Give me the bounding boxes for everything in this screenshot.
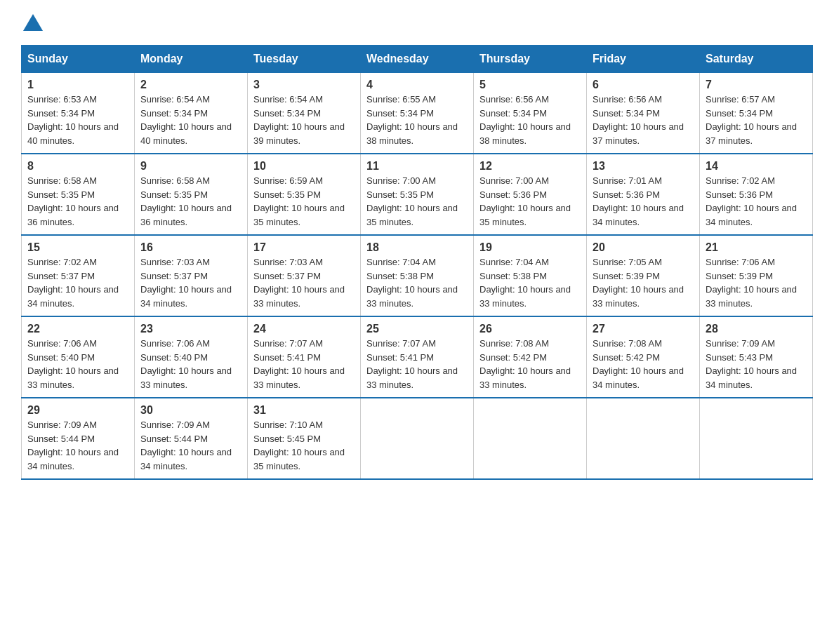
day-info: Sunrise: 7:03 AMSunset: 5:37 PMDaylight:… [140, 255, 241, 310]
day-info: Sunrise: 7:06 AMSunset: 5:40 PMDaylight:… [27, 337, 128, 391]
calendar-week-row: 29 Sunrise: 7:09 AMSunset: 5:44 PMDaylig… [22, 398, 813, 479]
day-number: 5 [479, 79, 581, 91]
day-number: 29 [27, 404, 128, 417]
day-info: Sunrise: 7:02 AMSunset: 5:37 PMDaylight:… [27, 255, 128, 310]
day-number: 16 [140, 241, 241, 254]
calendar-day-cell: 14 Sunrise: 7:02 AMSunset: 5:36 PMDaylig… [700, 154, 813, 235]
calendar-day-cell [361, 398, 474, 479]
day-number: 19 [479, 241, 581, 254]
day-info: Sunrise: 6:53 AMSunset: 5:34 PMDaylight:… [27, 93, 128, 147]
day-number: 3 [253, 79, 355, 91]
day-info: Sunrise: 7:05 AMSunset: 5:39 PMDaylight:… [593, 255, 694, 310]
calendar-day-cell: 27 Sunrise: 7:08 AMSunset: 5:42 PMDaylig… [587, 316, 700, 398]
day-info: Sunrise: 7:07 AMSunset: 5:41 PMDaylight:… [253, 337, 355, 391]
weekday-header-tuesday: Tuesday [248, 46, 361, 73]
calendar-day-cell: 1 Sunrise: 6:53 AMSunset: 5:34 PMDayligh… [22, 73, 135, 154]
calendar-day-cell: 30 Sunrise: 7:09 AMSunset: 5:44 PMDaylig… [135, 398, 248, 479]
day-info: Sunrise: 7:09 AMSunset: 5:44 PMDaylight:… [27, 418, 128, 473]
calendar-week-row: 22 Sunrise: 7:06 AMSunset: 5:40 PMDaylig… [22, 316, 813, 398]
weekday-header-thursday: Thursday [474, 46, 587, 73]
day-number: 7 [706, 79, 807, 91]
logo [21, 14, 43, 31]
calendar-header-row: SundayMondayTuesdayWednesdayThursdayFrid… [22, 46, 813, 73]
calendar-day-cell: 17 Sunrise: 7:03 AMSunset: 5:37 PMDaylig… [248, 235, 361, 316]
day-number: 21 [706, 241, 807, 254]
day-info: Sunrise: 7:09 AMSunset: 5:43 PMDaylight:… [706, 337, 807, 391]
weekday-header-saturday: Saturday [700, 46, 813, 73]
calendar-day-cell [700, 398, 813, 479]
calendar-day-cell [587, 398, 700, 479]
calendar-day-cell: 16 Sunrise: 7:03 AMSunset: 5:37 PMDaylig… [135, 235, 248, 316]
day-info: Sunrise: 7:09 AMSunset: 5:44 PMDaylight:… [140, 418, 241, 473]
day-number: 2 [140, 79, 241, 91]
calendar-day-cell: 9 Sunrise: 6:58 AMSunset: 5:35 PMDayligh… [135, 154, 248, 235]
day-number: 28 [706, 323, 807, 335]
day-info: Sunrise: 7:04 AMSunset: 5:38 PMDaylight:… [366, 255, 468, 310]
logo-triangle-icon [23, 14, 43, 31]
day-info: Sunrise: 6:58 AMSunset: 5:35 PMDaylight:… [27, 174, 128, 229]
day-number: 4 [366, 79, 468, 91]
calendar-day-cell: 24 Sunrise: 7:07 AMSunset: 5:41 PMDaylig… [248, 316, 361, 398]
day-number: 22 [27, 323, 128, 335]
calendar-day-cell: 15 Sunrise: 7:02 AMSunset: 5:37 PMDaylig… [22, 235, 135, 316]
weekday-header-monday: Monday [135, 46, 248, 73]
calendar-day-cell: 3 Sunrise: 6:54 AMSunset: 5:34 PMDayligh… [248, 73, 361, 154]
day-info: Sunrise: 6:55 AMSunset: 5:34 PMDaylight:… [366, 93, 468, 147]
calendar-day-cell: 6 Sunrise: 6:56 AMSunset: 5:34 PMDayligh… [587, 73, 700, 154]
day-number: 31 [253, 404, 355, 417]
calendar-week-row: 8 Sunrise: 6:58 AMSunset: 5:35 PMDayligh… [22, 154, 813, 235]
day-number: 9 [140, 160, 241, 173]
day-number: 13 [593, 160, 694, 173]
weekday-header-wednesday: Wednesday [361, 46, 474, 73]
weekday-header-sunday: Sunday [22, 46, 135, 73]
day-info: Sunrise: 7:06 AMSunset: 5:39 PMDaylight:… [706, 255, 807, 310]
calendar-day-cell: 28 Sunrise: 7:09 AMSunset: 5:43 PMDaylig… [700, 316, 813, 398]
day-number: 18 [366, 241, 468, 254]
day-info: Sunrise: 6:54 AMSunset: 5:34 PMDaylight:… [253, 93, 355, 147]
calendar-day-cell: 13 Sunrise: 7:01 AMSunset: 5:36 PMDaylig… [587, 154, 700, 235]
day-number: 10 [253, 160, 355, 173]
day-number: 8 [27, 160, 128, 173]
day-info: Sunrise: 7:10 AMSunset: 5:45 PMDaylight:… [253, 418, 355, 473]
calendar-day-cell: 4 Sunrise: 6:55 AMSunset: 5:34 PMDayligh… [361, 73, 474, 154]
day-number: 17 [253, 241, 355, 254]
day-info: Sunrise: 7:08 AMSunset: 5:42 PMDaylight:… [593, 337, 694, 391]
calendar-week-row: 1 Sunrise: 6:53 AMSunset: 5:34 PMDayligh… [22, 73, 813, 154]
day-info: Sunrise: 7:06 AMSunset: 5:40 PMDaylight:… [140, 337, 241, 391]
day-info: Sunrise: 7:01 AMSunset: 5:36 PMDaylight:… [593, 174, 694, 229]
day-number: 24 [253, 323, 355, 335]
calendar-week-row: 15 Sunrise: 7:02 AMSunset: 5:37 PMDaylig… [22, 235, 813, 316]
calendar-day-cell: 11 Sunrise: 7:00 AMSunset: 5:35 PMDaylig… [361, 154, 474, 235]
day-info: Sunrise: 7:00 AMSunset: 5:35 PMDaylight:… [366, 174, 468, 229]
day-number: 11 [366, 160, 468, 173]
calendar-day-cell: 5 Sunrise: 6:56 AMSunset: 5:34 PMDayligh… [474, 73, 587, 154]
calendar-day-cell: 7 Sunrise: 6:57 AMSunset: 5:34 PMDayligh… [700, 73, 813, 154]
day-number: 27 [593, 323, 694, 335]
day-info: Sunrise: 7:04 AMSunset: 5:38 PMDaylight:… [479, 255, 581, 310]
day-info: Sunrise: 6:59 AMSunset: 5:35 PMDaylight:… [253, 174, 355, 229]
calendar-day-cell: 2 Sunrise: 6:54 AMSunset: 5:34 PMDayligh… [135, 73, 248, 154]
calendar-day-cell: 21 Sunrise: 7:06 AMSunset: 5:39 PMDaylig… [700, 235, 813, 316]
page-header [21, 14, 813, 31]
day-number: 23 [140, 323, 241, 335]
day-number: 1 [27, 79, 128, 91]
calendar-day-cell: 20 Sunrise: 7:05 AMSunset: 5:39 PMDaylig… [587, 235, 700, 316]
day-info: Sunrise: 6:56 AMSunset: 5:34 PMDaylight:… [479, 93, 581, 147]
weekday-header-friday: Friday [587, 46, 700, 73]
day-info: Sunrise: 7:02 AMSunset: 5:36 PMDaylight:… [706, 174, 807, 229]
day-number: 6 [593, 79, 694, 91]
calendar-day-cell: 22 Sunrise: 7:06 AMSunset: 5:40 PMDaylig… [22, 316, 135, 398]
calendar-day-cell: 29 Sunrise: 7:09 AMSunset: 5:44 PMDaylig… [22, 398, 135, 479]
calendar-day-cell: 31 Sunrise: 7:10 AMSunset: 5:45 PMDaylig… [248, 398, 361, 479]
day-info: Sunrise: 6:58 AMSunset: 5:35 PMDaylight:… [140, 174, 241, 229]
calendar-day-cell [474, 398, 587, 479]
calendar-table: SundayMondayTuesdayWednesdayThursdayFrid… [21, 45, 813, 480]
day-number: 14 [706, 160, 807, 173]
day-number: 30 [140, 404, 241, 417]
day-info: Sunrise: 6:57 AMSunset: 5:34 PMDaylight:… [706, 93, 807, 147]
calendar-day-cell: 18 Sunrise: 7:04 AMSunset: 5:38 PMDaylig… [361, 235, 474, 316]
day-info: Sunrise: 7:07 AMSunset: 5:41 PMDaylight:… [366, 337, 468, 391]
day-number: 12 [479, 160, 581, 173]
day-info: Sunrise: 7:03 AMSunset: 5:37 PMDaylight:… [253, 255, 355, 310]
day-info: Sunrise: 7:00 AMSunset: 5:36 PMDaylight:… [479, 174, 581, 229]
